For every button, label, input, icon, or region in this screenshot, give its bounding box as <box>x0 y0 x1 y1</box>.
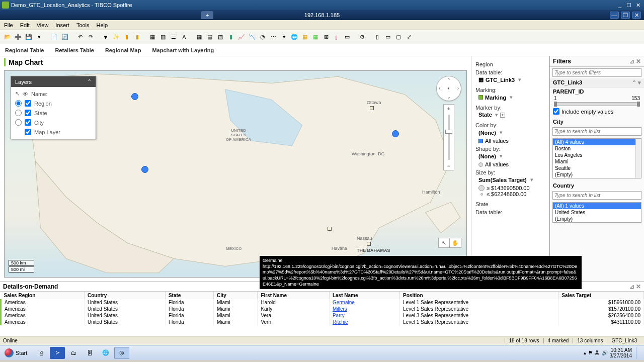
system-tray[interactable]: ▴ ⚑ 🖧 🔊 10:31 AM 3/27/2014 <box>584 347 642 359</box>
save-dropdown-icon[interactable]: ▾ <box>35 33 44 42</box>
show-desktop[interactable] <box>636 347 640 359</box>
crosstable-icon[interactable]: ▤ <box>205 33 214 42</box>
tray-vol-icon[interactable]: 🔊 <box>602 350 608 355</box>
lastname-link[interactable]: Germaine <box>329 299 399 306</box>
pan-control[interactable]: ⌃ ⌄ ‹ › ● <box>436 76 461 101</box>
city-item-empty[interactable]: (Empty) <box>553 171 641 178</box>
export-icon[interactable]: 📄 <box>50 33 59 42</box>
menu-tools[interactable]: Tools <box>76 22 90 28</box>
col-4[interactable]: First Name <box>258 292 330 299</box>
details-pin-icon[interactable]: ⊿ <box>629 283 634 290</box>
layout2-icon[interactable]: ▭ <box>383 33 392 42</box>
country-listbox[interactable]: (All) 1 values United States (Empty) <box>552 202 641 223</box>
zoom-out-button[interactable]: − <box>444 162 454 170</box>
highlight-icon[interactable]: ▮ <box>122 33 131 42</box>
layers-collapse-icon[interactable]: ⌃ <box>87 78 92 85</box>
gear-icon[interactable]: ⚙ <box>358 33 367 42</box>
boxplot-icon[interactable]: ⊠ <box>321 33 331 42</box>
highlight2-icon[interactable]: ▮ <box>133 33 142 42</box>
heatmap-icon[interactable]: ▦ <box>311 33 320 42</box>
col-0[interactable]: Sales Region <box>1 292 85 299</box>
tab-retailers-table[interactable]: Retailers Table <box>55 47 94 53</box>
tab-regional-map[interactable]: Regional Map <box>105 47 141 53</box>
eye-icon[interactable]: 👁 <box>23 91 28 97</box>
country-item-empty[interactable]: (Empty) <box>553 216 641 222</box>
legend-shape[interactable]: (None) <box>475 152 545 161</box>
legend-mark[interactable]: Marking <box>475 93 545 103</box>
pointer-mode-icon[interactable]: ↖ <box>439 238 450 247</box>
menu-file[interactable]: File <box>4 22 13 28</box>
details-table[interactable]: Sales RegionCountryStateCityFirst NameLa… <box>0 292 644 325</box>
menu-insert[interactable]: Insert <box>55 22 69 28</box>
treemap-icon[interactable]: ▦ <box>300 33 309 42</box>
new-tab-button[interactable]: + <box>201 11 213 19</box>
col-3[interactable]: City <box>213 292 257 299</box>
list-icon[interactable]: ☰ <box>169 33 178 42</box>
filters-close-icon[interactable]: ✕ <box>636 58 641 65</box>
city-search-input[interactable] <box>552 127 641 136</box>
start-button[interactable]: Start <box>2 347 33 359</box>
tab-mapchart-layering[interactable]: Mapchart with Layering <box>152 47 214 53</box>
summary-icon[interactable]: ▭ <box>343 33 352 42</box>
bar-chart-icon[interactable]: ▮ <box>226 33 235 42</box>
legend-size[interactable]: Sum(Sales Target) <box>475 175 545 185</box>
menu-help[interactable]: Help <box>97 22 108 28</box>
city-item-la[interactable]: Los Angeles <box>553 152 641 158</box>
table-row[interactable]: AmericasUnited StatesFloridaMiamiHaroldG… <box>1 299 644 306</box>
pan-down-icon[interactable]: ⌄ <box>447 94 451 100</box>
lastname-link[interactable]: Parry <box>329 312 399 319</box>
filters-search-input[interactable] <box>552 68 641 77</box>
tray-flag-icon[interactable]: ⚑ <box>588 350 593 355</box>
col-2[interactable]: State <box>165 292 213 299</box>
map-canvas[interactable]: UNITEDSTATESOF AMERICA MEXICO THE BAHAMA… <box>4 70 467 278</box>
country-item-all[interactable]: (All) 1 values <box>553 203 641 209</box>
col-7[interactable]: Sales Target <box>558 292 644 299</box>
task-explorer-icon[interactable]: 🗂 <box>66 347 81 359</box>
layer-radio-region[interactable] <box>15 100 22 107</box>
table-row[interactable]: AmericasUnited StatesFloridaMiamiVeraPar… <box>1 312 644 319</box>
col-5[interactable]: Last Name <box>329 292 399 299</box>
task-cognos-icon[interactable]: ◎ <box>114 347 129 359</box>
city-item-all[interactable]: (All) 4 values <box>553 139 641 145</box>
maximize-button[interactable]: ☐ <box>625 2 633 9</box>
zoom-slider[interactable] <box>448 115 450 160</box>
col-6[interactable]: Position <box>400 292 558 299</box>
layer-check-city[interactable] <box>25 119 31 126</box>
line-chart-icon[interactable]: 📈 <box>237 33 246 42</box>
map-mode-toggle[interactable]: ↖ ✋ <box>438 238 461 248</box>
graphical-table-icon[interactable]: ▧ <box>216 33 225 42</box>
layer-check-map[interactable] <box>25 129 31 135</box>
redo-icon[interactable]: ↷ <box>86 33 95 42</box>
gtc-header[interactable]: GTC_Link3 <box>553 79 582 86</box>
task-powershell-icon[interactable]: ≻ <box>50 347 65 359</box>
layer-check-state[interactable] <box>25 110 31 116</box>
task-ie-icon[interactable]: 🌐 <box>98 347 113 359</box>
include-empty-check[interactable] <box>553 108 559 115</box>
layout3-icon[interactable]: ▢ <box>394 33 403 42</box>
refresh-icon[interactable]: 🔄 <box>60 33 69 42</box>
pin-icon[interactable]: ⊿ <box>629 58 634 65</box>
grid-icon[interactable]: ▦ <box>195 33 204 42</box>
save-icon[interactable]: 💾 <box>24 33 33 42</box>
zoom-in-button[interactable]: + <box>444 105 454 113</box>
map-marker-3[interactable] <box>392 130 399 137</box>
task-printer-icon[interactable]: 🖨 <box>34 347 49 359</box>
country-search-input[interactable] <box>552 191 641 200</box>
layers-panel[interactable]: Layers ⌃ ↖👁Name: Region State City Map L… <box>11 76 96 139</box>
details-close-icon[interactable]: ✕ <box>636 283 641 290</box>
remote-close[interactable]: ✕ <box>632 12 641 19</box>
menu-edit[interactable]: Edit <box>20 22 30 28</box>
combo-chart-icon[interactable]: 📉 <box>248 33 257 42</box>
open-icon[interactable]: 📂 <box>3 33 12 42</box>
legend-color[interactable]: (None) <box>475 128 545 138</box>
layer-check-region[interactable] <box>25 100 31 107</box>
pan-center-icon[interactable]: ● <box>447 86 450 90</box>
remote-restore[interactable]: ❐ <box>621 12 630 19</box>
layer-radio-city[interactable] <box>15 119 22 126</box>
legend-dt[interactable]: ▦ GTC_Link3 <box>475 75 545 85</box>
city-item-seattle[interactable]: Seattle <box>553 165 641 171</box>
tray-up-icon[interactable]: ▴ <box>584 350 586 355</box>
task-sql-icon[interactable]: 🗄 <box>82 347 97 359</box>
layer-radio-state[interactable] <box>15 110 22 116</box>
scatter-icon[interactable]: ⋯ <box>269 33 278 42</box>
